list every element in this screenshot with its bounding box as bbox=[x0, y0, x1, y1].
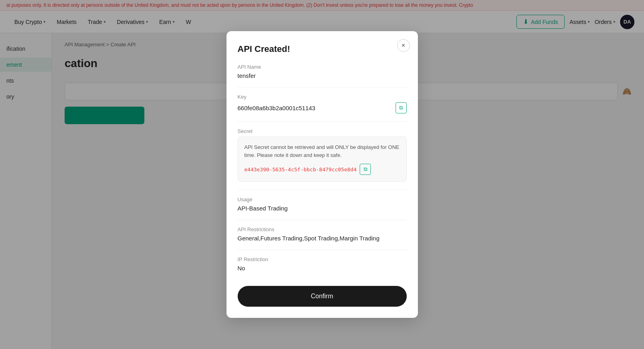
modal-title: API Created! bbox=[238, 44, 407, 54]
secret-label: Secret bbox=[238, 128, 407, 134]
secret-field: Secret API Secret cannot be retrieved an… bbox=[238, 128, 407, 182]
copy-key-button[interactable]: ⧉ bbox=[396, 102, 407, 113]
ip-restriction-label: IP Restriction bbox=[238, 256, 407, 262]
copy-key-icon: ⧉ bbox=[399, 105, 403, 111]
key-field: Key 660fe08a6b3b2a0001c51143 ⧉ bbox=[238, 94, 407, 113]
copy-secret-icon: ⧉ bbox=[364, 166, 367, 173]
api-name-value: tensfer bbox=[238, 72, 407, 79]
secret-box: API Secret cannot be retrieved and will … bbox=[238, 137, 407, 182]
divider-5 bbox=[238, 250, 407, 250]
secret-row: e443e390-5635-4c5f-bbcb-8479cc05e8d4 ⧉ bbox=[244, 164, 400, 175]
divider-3 bbox=[238, 190, 407, 190]
api-created-modal: × API Created! API Name tensfer Key 660f… bbox=[226, 31, 418, 318]
api-restrictions-field: API Restrictions General,Futures Trading… bbox=[238, 226, 407, 242]
usage-label: Usage bbox=[238, 196, 407, 202]
usage-field: Usage API-Based Trading bbox=[238, 196, 407, 212]
confirm-label: Confirm bbox=[311, 293, 333, 299]
ip-restriction-value: No bbox=[238, 265, 407, 272]
key-label: Key bbox=[238, 94, 407, 100]
modal-close-button[interactable]: × bbox=[397, 39, 410, 52]
api-restrictions-value: General,Futures Trading,Spot Trading,Mar… bbox=[238, 235, 407, 242]
key-row: 660fe08a6b3b2a0001c51143 ⧉ bbox=[238, 102, 407, 113]
confirm-button[interactable]: Confirm bbox=[238, 286, 407, 307]
modal-overlay: × API Created! API Name tensfer Key 660f… bbox=[0, 0, 644, 349]
divider-2 bbox=[238, 121, 407, 122]
usage-value: API-Based Trading bbox=[238, 205, 407, 212]
secret-value: e443e390-5635-4c5f-bbcb-8479cc05e8d4 bbox=[244, 167, 357, 173]
api-restrictions-label: API Restrictions bbox=[238, 226, 407, 232]
api-name-field: API Name tensfer bbox=[238, 64, 407, 79]
key-value: 660fe08a6b3b2a0001c51143 bbox=[238, 105, 315, 111]
close-icon: × bbox=[402, 42, 405, 49]
copy-secret-button[interactable]: ⧉ bbox=[360, 164, 371, 175]
divider-4 bbox=[238, 220, 407, 220]
api-name-label: API Name bbox=[238, 64, 407, 70]
divider-1 bbox=[238, 87, 407, 87]
secret-warning-text: API Secret cannot be retrieved and will … bbox=[244, 143, 400, 159]
ip-restriction-field: IP Restriction No bbox=[238, 256, 407, 272]
